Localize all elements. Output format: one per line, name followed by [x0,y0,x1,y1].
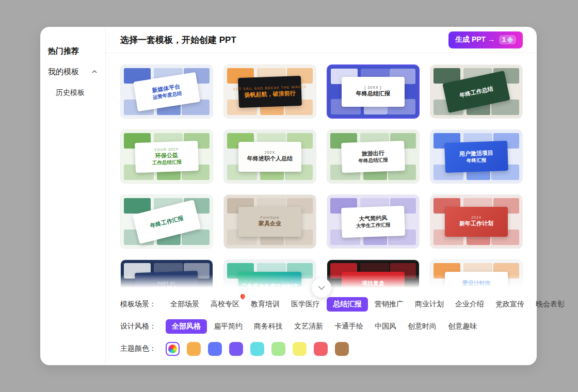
template-cover: YOUR 202X 环保公益 工作总结汇报 [135,140,199,172]
template-card-2[interactable]: [ 20XX ] 年终总结汇报 [327,64,420,119]
template-card-1[interactable]: SET SAIL AND BREAK THE WAVES 扬帆起航，破浪前行 [223,64,316,119]
scene-chip-7[interactable]: 企业介绍 [451,297,489,312]
scene-chip-5[interactable]: 营销推广 [370,297,408,312]
generate-ppt-button[interactable]: 生成 PPT → 1 [448,31,523,48]
style-chip-2[interactable]: 商务科技 [249,319,287,334]
sidebar-item-my-templates[interactable]: 我的模板 [40,67,105,76]
color-swatch-brown[interactable] [335,342,349,356]
template-cover-tag: YOUR 202X [154,147,179,152]
filters-section: 模板场景： 全部场景高校专区教育培训医学医疗总结汇报营销推广商业计划企业介绍党政… [106,288,537,356]
scene-chip-label: 教育培训 [251,300,280,308]
generate-ppt-label: 生成 PPT → [455,35,495,44]
style-chip-1[interactable]: 扁平简约 [209,319,247,334]
template-title-line1: 家具企业 [259,220,281,227]
template-title-line1: 大气简约风 [359,214,387,223]
template-cover: 用户激活项目 年终汇报 [444,140,508,172]
credit-badge: 1 [499,35,516,44]
template-grid-section: 新媒体平台 运营年度总结 SET SAIL AND BREAK THE WAVE… [106,53,537,288]
template-card-9[interactable]: Furniture 家具企业 [223,194,316,249]
template-card-6[interactable]: 旅游出行 年终总结汇报 [327,129,420,184]
sidebar-item-history-templates[interactable]: 历史模板 [40,88,105,97]
color-swatch-all-colors[interactable] [166,342,180,356]
hot-flame-icon [239,293,246,300]
template-grid-clip: 新媒体平台 运营年度总结 SET SAIL AND BREAK THE WAVE… [106,53,537,288]
chevron-up-icon [92,70,97,73]
template-cover-tag: 202X [265,151,275,154]
color-swatch-red[interactable] [314,342,328,356]
template-title-line1: 环保公益 [155,151,178,159]
sidebar-item-label: 我的模板 [48,67,79,76]
template-title-line1: 年终述职个人总结 [247,155,293,162]
template-picker-panel: 热门推荐 我的模板 历史模板 选择一套模板，开始创建 PPT 生成 PPT → … [40,27,537,365]
scene-chip-2[interactable]: 教育培训 [246,297,284,312]
style-chip-4[interactable]: 卡通手绘 [330,319,368,334]
style-chip-6[interactable]: 创意时尚 [403,319,441,334]
style-chip-7[interactable]: 创意趣味 [443,319,481,334]
scene-chip-9[interactable]: 晚会表彰 [531,297,569,312]
scene-chip-label: 高校专区 [211,300,239,308]
page-title: 选择一套模板，开始创建 PPT [120,34,448,46]
scene-chip-4[interactable]: 总结汇报 [327,297,368,312]
color-swatch-cyan[interactable] [250,342,264,356]
filter-row-color: 主题颜色： [120,341,523,356]
color-filter-label: 主题颜色： [120,344,166,353]
scene-chip-3[interactable]: 医学医疗 [286,297,325,312]
scene-chip-1[interactable]: 高校专区 [206,297,244,312]
sidebar-item-hot-recommend[interactable]: 热门推荐 [40,46,105,56]
color-swatches [166,342,349,356]
style-chip-label: 中国风 [375,322,396,330]
template-cover: 2024 新年工作计划 [445,207,508,237]
header: 选择一套模板，开始创建 PPT 生成 PPT → 1 [106,27,537,53]
style-chip-label: 扁平简约 [214,322,243,330]
color-swatch-purple[interactable] [229,342,243,356]
style-chip-0[interactable]: 全部风格 [166,319,207,334]
scene-chip-label: 全部场景 [170,300,199,308]
scene-chip-8[interactable]: 党政宣传 [491,297,529,312]
template-grid: 新媒体平台 运营年度总结 SET SAIL AND BREAK THE WAVE… [120,64,523,288]
template-title-line1: 旅游出行 [362,149,384,157]
scene-chip-label: 党政宣传 [495,300,524,308]
template-card-8[interactable]: 年终工作汇报 [120,194,213,249]
color-swatch-yellow[interactable] [293,342,307,356]
template-card-4[interactable]: YOUR 202X 环保公益 工作总结汇报 [120,129,213,184]
template-title-line2: 年终汇报 [467,157,486,164]
template-card-0[interactable]: 新媒体平台 运营年度总结 [120,64,213,119]
expand-more-button[interactable] [312,278,331,298]
template-title-line2: 工作总结汇报 [152,159,182,167]
scene-options: 全部场景高校专区教育培训医学医疗总结汇报营销推广商业计划企业介绍党政宣传晚会表彰 [166,297,569,312]
scene-chip-0[interactable]: 全部场景 [166,297,204,312]
scene-chip-6[interactable]: 商业计划 [410,297,448,312]
scene-chip-label: 企业介绍 [455,300,484,308]
template-card-3[interactable]: 年终工作总结 [430,64,523,119]
style-chip-label: 创意趣味 [448,322,477,330]
color-swatch-green[interactable] [271,342,285,356]
diamond-icon [507,37,513,43]
sidebar-item-label: 历史模板 [56,88,85,97]
template-title-line1: 年终工作汇报 [149,214,184,229]
scene-chip-label: 晚会表彰 [536,300,565,308]
credit-count: 1 [502,36,506,43]
color-swatch-blue[interactable] [208,342,222,356]
style-chip-3[interactable]: 文艺清新 [290,319,328,334]
scene-chip-label: 商业计划 [415,300,444,308]
template-cover-tag: Furniture [260,216,279,219]
template-cover: Furniture 家具企业 [238,207,301,237]
filter-row-scene: 模板场景： 全部场景高校专区教育培训医学医疗总结汇报营销推广商业计划企业介绍党政… [120,297,523,312]
template-title-line1: 用户激活项目 [459,149,493,158]
rainbow-wheel-icon [168,345,177,353]
color-swatch-orange[interactable] [187,342,201,356]
template-card-7[interactable]: 用户激活项目 年终汇报 [430,129,523,184]
template-card-11[interactable]: 2024 新年工作计划 [430,194,523,249]
template-title-line1: 新年工作计划 [459,220,493,227]
template-title-line1: 扬帆起航，破浪前行 [244,89,295,98]
template-card-10[interactable]: 大气简约风 大学生工作汇报 [327,194,420,249]
style-chip-5[interactable]: 中国风 [370,319,401,334]
style-filter-label: 设计风格： [120,322,166,331]
main-content: 选择一套模板，开始创建 PPT 生成 PPT → 1 [106,27,537,365]
scene-filter-label: 模板场景： [120,300,166,309]
template-card-5[interactable]: 202X 年终述职个人总结 [223,129,316,184]
scene-chip-label: 总结汇报 [333,300,362,308]
template-cover: 大气简约风 大学生工作汇报 [341,205,405,237]
sidebar-item-label: 热门推荐 [48,46,79,56]
template-cover-tag: 2024 [471,216,481,219]
